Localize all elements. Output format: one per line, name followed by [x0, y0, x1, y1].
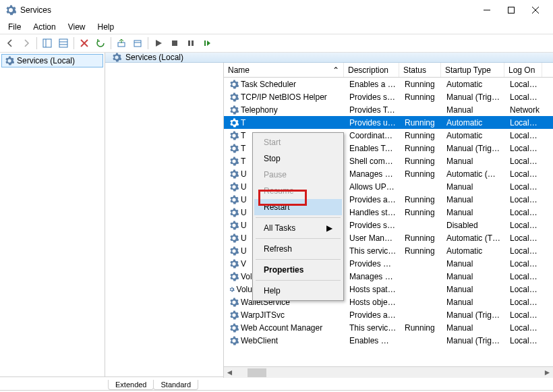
column-headers: Name⌃ Description Status Startup Type Lo…	[224, 63, 553, 78]
cell-description: Coordinates…	[345, 131, 401, 140]
details-view-button[interactable]	[56, 36, 71, 51]
gear-icon	[229, 105, 239, 115]
cell-logon: Local Sy	[506, 131, 544, 140]
pause-service-button[interactable]	[183, 36, 198, 51]
cell-name: TCP/IP NetBIOS Helper	[225, 92, 345, 102]
minimize-button[interactable]	[475, 1, 499, 20]
forward-button[interactable]	[19, 36, 34, 51]
context-menu: Start Stop Pause Resume Restart All Task…	[252, 132, 344, 301]
cell-status: Running	[401, 323, 442, 333]
title-bar: Services	[0, 0, 553, 20]
cell-logon: Local Sy	[506, 195, 544, 204]
export-button[interactable]	[114, 36, 129, 51]
properties-button[interactable]	[130, 36, 145, 51]
scroll-thumb[interactable]	[248, 368, 266, 377]
gear-icon	[229, 169, 239, 179]
menu-action[interactable]: Action	[28, 21, 61, 33]
gear-icon	[229, 144, 239, 153]
refresh-button[interactable]	[93, 36, 108, 51]
cell-logon: Local Se	[506, 92, 544, 102]
col-name[interactable]: Name⌃	[224, 63, 344, 77]
cell-logon: Local Sy	[506, 323, 544, 333]
ctx-all-tasks[interactable]: All Tasks▶	[254, 220, 342, 236]
maximize-button[interactable]	[499, 1, 523, 20]
service-row[interactable]: TelephonyProvides Tel…ManualNetwork	[224, 103, 553, 116]
svg-rect-1	[508, 7, 515, 13]
cell-status: Running	[401, 131, 442, 140]
menu-file[interactable]: File	[3, 21, 26, 33]
service-row[interactable]: Web Account ManagerThis service …Running…	[224, 321, 553, 334]
col-description[interactable]: Description	[344, 63, 399, 77]
col-status[interactable]: Status	[399, 63, 441, 77]
cell-logon: Network	[506, 105, 544, 115]
cell-startup: Manual (Trig…	[442, 310, 506, 320]
tab-extended[interactable]: Extended	[108, 380, 154, 390]
restart-service-button[interactable]	[200, 36, 214, 51]
gear-icon	[229, 298, 239, 307]
sidebar-item-services-local[interactable]: Services (Local)	[1, 54, 103, 67]
gear-icon	[229, 80, 239, 89]
col-log-on[interactable]: Log On	[504, 63, 542, 77]
ctx-pause: Pause	[254, 167, 342, 183]
show-hide-tree-button[interactable]	[40, 36, 55, 51]
cell-startup: Manual	[442, 298, 506, 307]
gear-icon	[229, 310, 239, 320]
main-header: Services (Local)	[105, 53, 553, 63]
cell-description: This service …	[345, 323, 401, 333]
tab-standard[interactable]: Standard	[153, 380, 198, 390]
cell-startup: Automatic	[442, 118, 506, 128]
cell-status: Running	[401, 246, 442, 256]
service-row[interactable]: WebClientEnables Win…Manual (Trig…Local …	[224, 334, 553, 347]
cell-name: Web Account Manager	[225, 323, 345, 333]
cell-description: Provides us…	[345, 118, 401, 128]
description-pane	[105, 63, 224, 378]
cell-description: Enables Tou…	[345, 144, 401, 153]
cell-description: This service …	[345, 246, 401, 256]
sidebar: Services (Local)	[0, 53, 105, 376]
cell-startup: Manual	[442, 182, 506, 192]
cell-status: Running	[401, 233, 442, 243]
stop-service-button[interactable]	[167, 36, 182, 51]
back-button[interactable]	[3, 36, 18, 51]
service-row[interactable]: Task SchedulerEnables a us…RunningAutoma…	[224, 78, 553, 90]
view-tabs: Extended Standard	[0, 376, 553, 390]
start-service-button[interactable]	[151, 36, 166, 51]
cell-logon: Local Sy	[506, 208, 544, 217]
service-row[interactable]: TCP/IP NetBIOS HelperProvides su…Running…	[224, 90, 553, 103]
cell-description: Enables Win…	[345, 336, 401, 345]
gear-icon	[229, 272, 239, 281]
ctx-restart[interactable]: Restart	[254, 199, 342, 215]
cell-startup: Automatic	[442, 246, 506, 256]
gear-icon	[229, 233, 239, 243]
scroll-right-arrow[interactable]: ►	[542, 367, 553, 379]
svg-rect-17	[204, 40, 206, 46]
cell-status: Running	[401, 208, 442, 217]
close-button[interactable]	[523, 1, 548, 20]
col-startup-type[interactable]: Startup Type	[441, 63, 504, 77]
delete-button[interactable]	[77, 36, 92, 51]
gear-icon	[229, 285, 235, 294]
cell-startup: Manual	[442, 272, 506, 281]
ctx-refresh[interactable]: Refresh	[254, 241, 342, 257]
ctx-properties[interactable]: Properties	[254, 262, 342, 278]
cell-startup: Manual	[442, 157, 506, 166]
cell-startup: Automatic (…	[442, 169, 506, 179]
gear-icon	[229, 195, 239, 204]
cell-startup: Manual	[442, 208, 506, 217]
cell-startup: Manual	[442, 195, 506, 204]
ctx-stop[interactable]: Stop	[254, 150, 342, 167]
service-row[interactable]: WarpJITSvcProvides a JI…Manual (Trig…Loc…	[224, 308, 553, 321]
scroll-left-arrow[interactable]: ◄	[224, 367, 235, 379]
horizontal-scrollbar[interactable]: ◄ ►	[224, 366, 553, 378]
cell-startup: Manual	[442, 285, 506, 294]
cell-logon: Local Sy	[506, 272, 544, 281]
cell-logon: Local Sy	[506, 118, 544, 128]
service-row[interactable]: TProvides us…RunningAutomaticLocal Sy	[224, 116, 553, 129]
menu-help[interactable]: Help	[92, 21, 120, 33]
menu-view[interactable]: View	[63, 21, 91, 33]
ctx-help[interactable]: Help	[254, 283, 342, 299]
cell-description: Provides Tel…	[345, 105, 401, 115]
cell-name: T	[225, 118, 345, 128]
cell-startup: Manual	[442, 259, 506, 269]
svg-rect-15	[188, 40, 190, 46]
